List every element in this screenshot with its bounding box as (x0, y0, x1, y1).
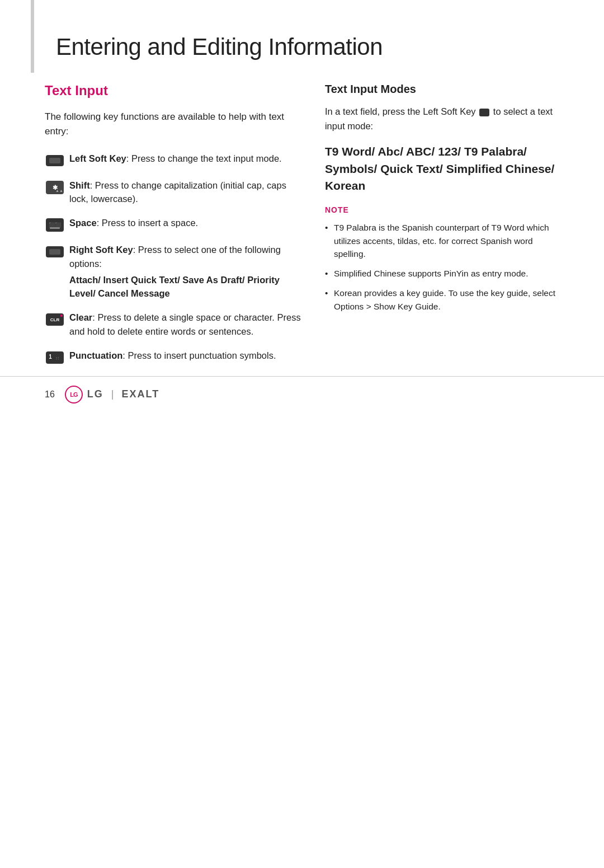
note-list: T9 Palabra is the Spanish counterpart of… (325, 221, 559, 313)
inline-soft-key-icon (479, 109, 489, 116)
page-container: Entering and Editing Information Text In… (0, 0, 604, 420)
note-item-2: Simplified Chinese supports PinYin as en… (325, 267, 559, 280)
svg-text:▲▲: ▲▲ (55, 189, 63, 193)
svg-rect-12 (60, 315, 63, 317)
footer-logo: LG LG | EXALT (65, 386, 159, 403)
shift-bold: Shift (69, 180, 90, 190)
list-item-clear: CLR Clear: Press to delete a single spac… (45, 311, 303, 339)
left-accent-bar (31, 0, 34, 73)
space-icon: ⬛⬛ (45, 217, 65, 233)
lg-circle-logo: LG (65, 386, 83, 403)
punctuation-bold: Punctuation (69, 350, 122, 360)
shift-label: Shift: Press to change capitalization (i… (69, 179, 303, 207)
model-name: EXALT (121, 388, 159, 400)
note-item-1: T9 Palabra is the Spanish counterpart of… (325, 221, 559, 260)
page-title: Entering and Editing Information (45, 34, 559, 60)
list-item-right-soft-key: Right Soft Key: Press to select one of t… (45, 243, 303, 301)
lg-logo-text: LG (70, 391, 77, 398)
svg-text:1: 1 (49, 354, 52, 360)
list-item-left-soft-key: Left Soft Key: Press to change the text … (45, 152, 303, 168)
left-soft-key-label: Left Soft Key: Press to change the text … (69, 152, 303, 166)
clear-label: Clear: Press to delete a single space or… (69, 311, 303, 339)
right-soft-key-bold: Right Soft Key (69, 245, 133, 255)
intro-paragraph: The following key functions are availabl… (45, 110, 303, 139)
shift-icon: ✱ ▲▲ (45, 180, 65, 195)
footer-separator: | (111, 388, 114, 400)
footer-page-number: 16 (45, 390, 55, 400)
list-item-punctuation: 1 ∷ Punctuation: Press to insert punctua… (45, 349, 303, 365)
page-footer: 16 LG LG | EXALT (0, 376, 604, 403)
two-column-layout: Text Input The following key functions a… (45, 83, 559, 376)
note-label: NOTE (325, 205, 559, 214)
text-input-heading: Text Input (45, 83, 303, 98)
right-soft-key-label: Right Soft Key: Press to select one of t… (69, 243, 303, 301)
clear-icon: CLR (45, 312, 65, 327)
svg-text:∷: ∷ (56, 356, 59, 361)
note-item-3: Korean provides a key guide. To use the … (325, 287, 559, 313)
note-section: NOTE T9 Palabra is the Spanish counterpa… (325, 205, 559, 313)
space-bold: Space (69, 218, 97, 228)
svg-rect-1 (49, 158, 60, 163)
right-column: Text Input Modes In a text field, press … (325, 83, 559, 320)
list-item-shift: ✱ ▲▲ Shift: Press to change capitalizati… (45, 179, 303, 207)
svg-rect-9 (49, 249, 60, 255)
brand-name: LG (87, 388, 103, 400)
modes-intro: In a text field, press the Left Soft Key… (325, 105, 559, 133)
left-soft-key-bold: Left Soft Key (69, 153, 126, 163)
space-label: Space: Press to insert a space. (69, 216, 303, 230)
modes-list-text: T9 Word/ Abc/ ABC/ 123/ T9 Palabra/ Symb… (325, 143, 559, 194)
right-soft-key-sublist: Attach/ Insert Quick Text/ Save As Draft… (69, 273, 303, 301)
svg-rect-7 (50, 227, 60, 229)
modes-intro-text1: In a text field, press the Left Soft Key (325, 106, 476, 116)
left-column: Text Input The following key functions a… (45, 83, 303, 376)
list-item-space: ⬛⬛ Space: Press to insert a space. (45, 216, 303, 233)
key-functions-list: Left Soft Key: Press to change the text … (45, 152, 303, 365)
right-soft-key-icon (45, 244, 65, 260)
svg-text:CLR: CLR (50, 317, 60, 322)
punctuation-label: Punctuation: Press to insert punctuation… (69, 349, 303, 363)
text-input-modes-heading: Text Input Modes (325, 83, 559, 96)
punctuation-icon: 1 ∷ (45, 350, 65, 365)
clear-bold: Clear (69, 312, 92, 322)
left-soft-key-icon (45, 153, 65, 168)
